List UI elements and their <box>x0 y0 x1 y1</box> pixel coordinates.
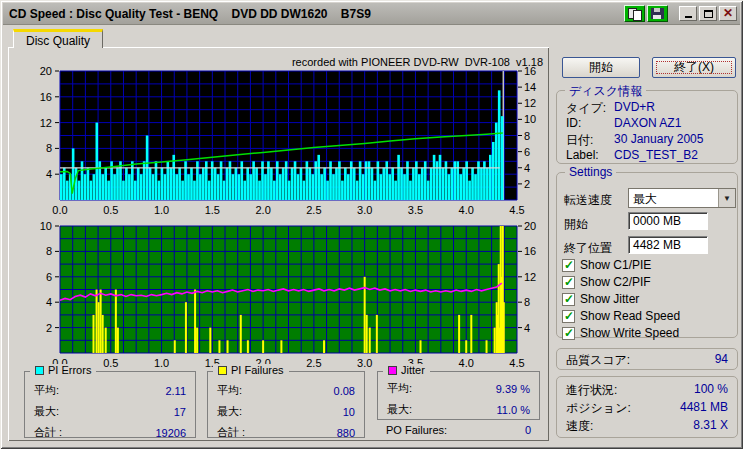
stat-value: 11.0 % <box>497 404 530 416</box>
disc-type-label: タイプ: <box>566 100 614 117</box>
pi-errors-swatch-icon <box>35 366 44 375</box>
svg-text:0.5: 0.5 <box>103 357 118 369</box>
stat-label: 平均: <box>387 381 412 396</box>
svg-text:8: 8 <box>524 130 530 142</box>
svg-text:4.5: 4.5 <box>509 204 524 216</box>
save-button[interactable] <box>647 5 668 22</box>
window-title: CD Speed : Disc Quality Test - BENQ DVD … <box>9 7 624 21</box>
svg-text:2.5: 2.5 <box>306 204 321 216</box>
disc-label-value: CDS_TEST_B2 <box>614 148 698 162</box>
quality-score-row: 品質スコア: 94 <box>566 352 728 369</box>
disc-date-label: 日付: <box>566 132 614 149</box>
tab-disc-quality[interactable]: Disc Quality <box>13 29 103 48</box>
start-button[interactable]: 開始 <box>562 57 640 78</box>
speed-select[interactable]: 最大 ▼ <box>628 188 736 208</box>
checkbox-label: Show C2/PIF <box>580 275 651 289</box>
svg-text:8: 8 <box>46 245 52 257</box>
end-pos-label: 終了位置 <box>564 240 612 257</box>
stat-label: 平均: <box>34 383 59 398</box>
stat-label: 最大: <box>217 404 242 419</box>
title-bar: CD Speed : Disc Quality Test - BENQ DVD … <box>3 3 740 25</box>
start-pos-label: 開始 <box>564 216 588 233</box>
svg-text:16: 16 <box>40 91 52 103</box>
close-button[interactable]: ✕ <box>719 6 737 21</box>
speed-stat-label: 速度: <box>566 418 593 435</box>
stat-label: 合計 : <box>34 425 62 440</box>
stat-value: 19206 <box>155 427 186 439</box>
stat-value: 0.08 <box>334 385 355 397</box>
svg-text:20: 20 <box>524 220 536 232</box>
exit-button[interactable]: 終了(X) <box>652 57 736 78</box>
checkbox-show-jitter[interactable]: ✓ <box>562 293 575 306</box>
svg-text:1.0: 1.0 <box>154 204 169 216</box>
progress-value: 100 % <box>694 382 728 399</box>
po-failures-value: 0 <box>525 424 531 436</box>
settings-caption: Settings <box>565 165 616 179</box>
legend-pi-errors: PI Errors 平均:2.11 最大:17 合計 :19206 <box>24 371 196 438</box>
stat-value: 880 <box>337 427 355 439</box>
stat-value: 17 <box>174 406 186 418</box>
svg-text:10: 10 <box>40 220 52 232</box>
svg-text:8: 8 <box>524 296 530 308</box>
svg-text:6: 6 <box>524 146 530 158</box>
maximize-button[interactable] <box>699 6 717 21</box>
svg-text:20: 20 <box>40 65 52 77</box>
checkbox-show-read-speed[interactable]: ✓ <box>562 310 575 323</box>
check-icon: ✓ <box>564 309 574 323</box>
svg-text:2: 2 <box>46 322 52 334</box>
position-value: 4481 MB <box>680 400 728 417</box>
svg-text:1.0: 1.0 <box>154 357 169 369</box>
close-icon: ✕ <box>723 7 733 20</box>
chevron-down-icon[interactable]: ▼ <box>718 189 735 207</box>
quality-score-value: 94 <box>715 352 728 369</box>
speed-selected-value: 最大 <box>629 189 718 207</box>
start-pos-input[interactable]: 0000 MB <box>628 212 708 230</box>
svg-text:12: 12 <box>524 271 536 283</box>
position-label: ポジション: <box>566 400 631 417</box>
end-pos-input[interactable]: 4482 MB <box>628 236 708 254</box>
copy-button[interactable] <box>624 5 645 22</box>
svg-text:16: 16 <box>524 245 536 257</box>
pi-failures-swatch-icon <box>218 366 227 375</box>
disc-date-value: 30 January 2005 <box>614 132 703 149</box>
checkbox-label: Show Jitter <box>580 292 639 306</box>
legend-title: PI Failures <box>231 364 284 376</box>
svg-text:3.0: 3.0 <box>357 357 372 369</box>
disc-label-label: Label: <box>566 148 614 162</box>
svg-text:4.0: 4.0 <box>459 357 474 369</box>
disc-id-value: DAXON AZ1 <box>614 116 681 130</box>
speed-label: 転送速度 <box>564 192 612 209</box>
minimize-icon <box>685 16 692 18</box>
disc-id-label: ID: <box>566 116 614 130</box>
svg-text:4: 4 <box>524 322 530 334</box>
svg-text:6: 6 <box>46 271 52 283</box>
checkbox-show-write-speed[interactable]: ✓ <box>562 327 575 340</box>
checkbox-show-c2-pif[interactable]: ✓ <box>562 276 575 289</box>
pi-failures-chart: 246810481216200.00.51.01.52.02.53.03.54.… <box>20 220 548 372</box>
disc-type-value: DVD+R <box>614 100 655 117</box>
stat-label: 最大: <box>34 404 59 419</box>
check-icon: ✓ <box>564 258 574 272</box>
check-icon: ✓ <box>564 275 574 289</box>
svg-text:4: 4 <box>524 162 530 174</box>
progress-label: 進行状況: <box>566 382 617 399</box>
maximize-icon <box>704 10 713 18</box>
check-icon: ✓ <box>564 326 574 340</box>
checkbox-show-c1-pie[interactable]: ✓ <box>562 259 575 272</box>
checkbox-label: Show Write Speed <box>580 326 679 340</box>
svg-text:12: 12 <box>524 97 536 109</box>
speed-stat-value: 8.31 X <box>693 418 728 435</box>
quality-score-label: 品質スコア: <box>566 352 630 369</box>
stat-label: 平均: <box>217 383 242 398</box>
legend-pi-failures: PI Failures 平均:0.08 最大:10 合計 :880 <box>207 371 365 438</box>
minimize-button[interactable] <box>679 6 697 21</box>
svg-text:4.0: 4.0 <box>459 204 474 216</box>
svg-text:3.0: 3.0 <box>357 204 372 216</box>
legend-title: PI Errors <box>48 364 91 376</box>
svg-text:4: 4 <box>46 296 52 308</box>
svg-text:14: 14 <box>524 81 536 93</box>
po-failures-label: PO Failures: <box>386 424 447 436</box>
svg-text:0.0: 0.0 <box>52 204 67 216</box>
stat-value: 10 <box>343 406 355 418</box>
svg-text:2: 2 <box>524 178 530 190</box>
